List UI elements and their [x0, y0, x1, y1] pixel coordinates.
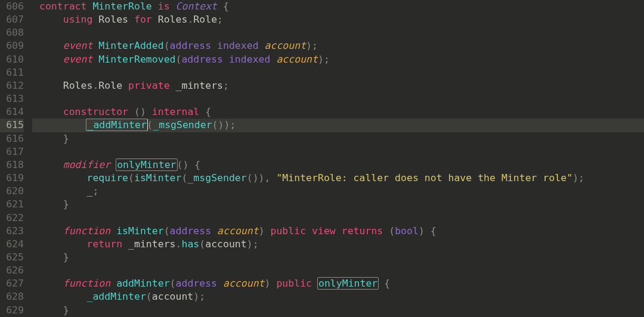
token-kw: contract	[39, 1, 86, 12]
code-line[interactable]: _addMinter(account);	[32, 290, 644, 303]
token-fn: _msgSender	[187, 172, 246, 184]
line-number: 618	[0, 158, 24, 172]
code-line[interactable]: _addMinter(_msgSender());	[32, 119, 644, 132]
line-number: 607	[0, 13, 24, 26]
token-punc: ;	[578, 172, 584, 184]
token-punc: ;	[217, 14, 223, 25]
line-number: 623	[0, 225, 24, 238]
token-punc: (	[147, 119, 153, 130]
code-line[interactable]: }	[32, 251, 644, 264]
token-str: "MinterRole: caller does not have the Mi…	[276, 172, 572, 184]
token-punc: {	[384, 278, 390, 289]
token-punc: {	[431, 225, 436, 237]
code-line[interactable]: Roles.Role private _minters;	[32, 79, 644, 92]
code-line[interactable]: constructor () internal {	[32, 105, 644, 119]
code-line[interactable]	[32, 264, 644, 277]
token-punc: (	[164, 40, 170, 51]
token-punc: )	[247, 238, 253, 250]
code-line[interactable]: using Roles for Roles.Role;	[32, 13, 644, 26]
token-punc: ;	[223, 80, 229, 91]
token-punc: (	[389, 225, 395, 237]
code-line[interactable]	[32, 26, 644, 39]
token-fn: _msgSender	[153, 119, 212, 130]
code-line[interactable]: return _minters.has(account);	[32, 238, 644, 251]
token-kwi: function	[63, 225, 110, 237]
token-type: indexed	[217, 40, 259, 51]
token-fn: _addMinter	[86, 119, 147, 131]
token-id: Role	[98, 80, 122, 91]
code-line[interactable]: function addMinter(address account) publ…	[32, 277, 644, 290]
token-kw: for	[134, 14, 152, 25]
token-id: _	[86, 185, 92, 197]
line-number: 627	[0, 277, 24, 290]
code-line[interactable]: modifier onlyMinter() {	[32, 158, 644, 172]
token-kw: returns	[342, 225, 383, 237]
token-punc: (	[199, 238, 205, 250]
token-kw: using	[63, 14, 93, 25]
token-param: account	[265, 40, 306, 51]
token-kwi: modifier	[63, 159, 110, 170]
line-number: 616	[0, 132, 24, 145]
line-number: 629	[0, 304, 24, 317]
token-kw: view	[312, 225, 336, 237]
token-punc: )	[259, 225, 265, 237]
token-type: address	[176, 278, 218, 289]
token-punc: ()	[177, 159, 189, 170]
token-punc: ;	[312, 40, 318, 51]
code-line[interactable]	[32, 66, 644, 79]
code-line[interactable]	[32, 92, 644, 105]
code-line[interactable]	[32, 212, 644, 225]
code-line[interactable]: event MinterRemoved(address indexed acco…	[32, 53, 644, 66]
token-punc: ,	[265, 172, 271, 184]
line-number: 606	[0, 0, 24, 13]
line-number: 611	[0, 66, 24, 79]
token-punc: ;	[230, 119, 236, 130]
code-line[interactable]: require(isMinter(_msgSender()), "MinterR…	[32, 172, 644, 185]
code-line[interactable]: }	[32, 304, 644, 317]
line-number: 614	[0, 105, 24, 119]
token-punc: {	[194, 159, 200, 170]
token-param: account	[217, 225, 259, 237]
line-number: 619	[0, 172, 24, 185]
code-line[interactable]: contract MinterRole is Context {	[32, 0, 644, 13]
token-punc: .	[92, 80, 98, 91]
token-typei: Context	[176, 1, 218, 12]
token-kw: is	[158, 1, 170, 12]
line-number-gutter: 6066076086096106116126136146156166176186…	[0, 0, 32, 317]
code-line[interactable]: event MinterAdded(address indexed accoun…	[32, 39, 644, 52]
token-punc: ())	[212, 119, 230, 130]
code-line[interactable]: }	[32, 198, 644, 211]
code-line[interactable]: function isMinter(address account) publi…	[32, 225, 644, 238]
line-number: 612	[0, 79, 24, 92]
code-line[interactable]: }	[32, 132, 644, 145]
token-punc: }	[63, 198, 69, 210]
token-punc: )	[572, 172, 578, 184]
token-kw: private	[128, 80, 170, 91]
line-number: 617	[0, 145, 24, 158]
token-punc: (	[176, 54, 182, 65]
token-punc: )	[193, 291, 199, 302]
code-line[interactable]	[32, 145, 644, 158]
token-id: Roles	[158, 14, 188, 25]
token-punc: (	[146, 291, 152, 302]
code-editor[interactable]: 6066076086096106116126136146156166176186…	[0, 0, 644, 317]
line-number: 620	[0, 185, 24, 198]
line-number: 613	[0, 92, 24, 105]
line-number: 610	[0, 53, 24, 66]
token-fn: require	[86, 172, 128, 184]
token-fn: onlyMinter	[116, 158, 177, 171]
token-punc: ;	[324, 54, 330, 65]
line-number: 608	[0, 26, 24, 39]
token-punc: ;	[92, 185, 98, 197]
token-type: address	[170, 40, 212, 51]
token-punc: {	[205, 106, 211, 117]
code-area[interactable]: contract MinterRole is Context { using R…	[32, 0, 644, 317]
code-line[interactable]: _;	[32, 185, 644, 198]
token-punc: ())	[247, 172, 265, 184]
token-fn: addMinter	[116, 278, 169, 289]
token-punc: {	[223, 1, 229, 12]
token-punc: }	[63, 251, 69, 263]
token-punc: ()	[134, 106, 146, 117]
token-fn: isMinter	[134, 172, 181, 184]
token-punc: (	[170, 278, 176, 289]
